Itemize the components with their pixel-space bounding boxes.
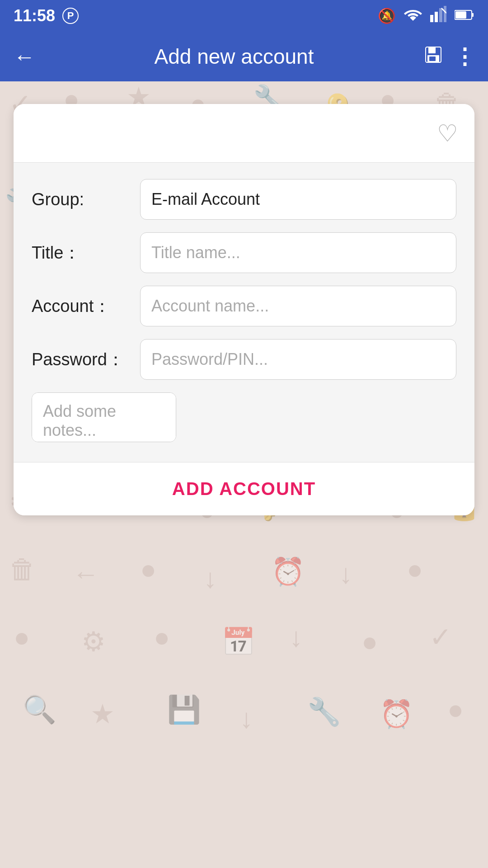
form-area: Group: Title： Account： Password： <box>14 163 474 462</box>
p-app-icon: P <box>62 8 79 24</box>
add-account-button[interactable]: ADD ACCOUNT <box>172 479 316 499</box>
notes-input[interactable] <box>32 392 176 442</box>
title-label: Title： <box>32 241 140 264</box>
svg-rect-0 <box>430 15 433 22</box>
password-row: Password： <box>32 339 456 380</box>
svg-rect-7 <box>455 11 466 19</box>
group-label: Group: <box>32 190 140 209</box>
page-title: Add new account <box>44 44 424 69</box>
back-button[interactable]: ← <box>14 44 35 69</box>
account-row: Account： <box>32 286 456 326</box>
password-input[interactable] <box>140 339 456 380</box>
battery-icon <box>455 9 474 23</box>
svg-rect-9 <box>428 47 436 53</box>
card-header: ♡ <box>14 104 474 163</box>
svg-rect-6 <box>472 13 474 17</box>
signal-icon <box>430 6 446 26</box>
account-label: Account： <box>32 295 140 318</box>
card-footer: ADD ACCOUNT <box>14 462 474 515</box>
account-input[interactable] <box>140 286 456 326</box>
status-bar: 11:58 P 🔕 <box>0 0 488 32</box>
mute-icon: 🔕 <box>378 7 396 24</box>
notes-area <box>32 392 456 444</box>
svg-rect-2 <box>439 8 442 22</box>
favorite-button[interactable]: ♡ <box>437 120 458 147</box>
group-input[interactable] <box>140 179 456 220</box>
svg-rect-1 <box>435 12 438 22</box>
wifi-icon <box>404 7 422 24</box>
add-account-card: ♡ Group: Title： Account： Password： A <box>14 104 474 515</box>
app-bar: ← Add new account ⋮ <box>0 32 488 81</box>
svg-rect-11 <box>429 57 436 61</box>
password-label: Password： <box>32 348 140 371</box>
svg-rect-3 <box>444 6 446 22</box>
save-button[interactable] <box>424 45 443 68</box>
group-row: Group: <box>32 179 456 220</box>
title-row: Title： <box>32 232 456 273</box>
title-input[interactable] <box>140 232 456 273</box>
status-time: 11:58 <box>14 6 55 25</box>
more-options-button[interactable]: ⋮ <box>454 44 474 69</box>
